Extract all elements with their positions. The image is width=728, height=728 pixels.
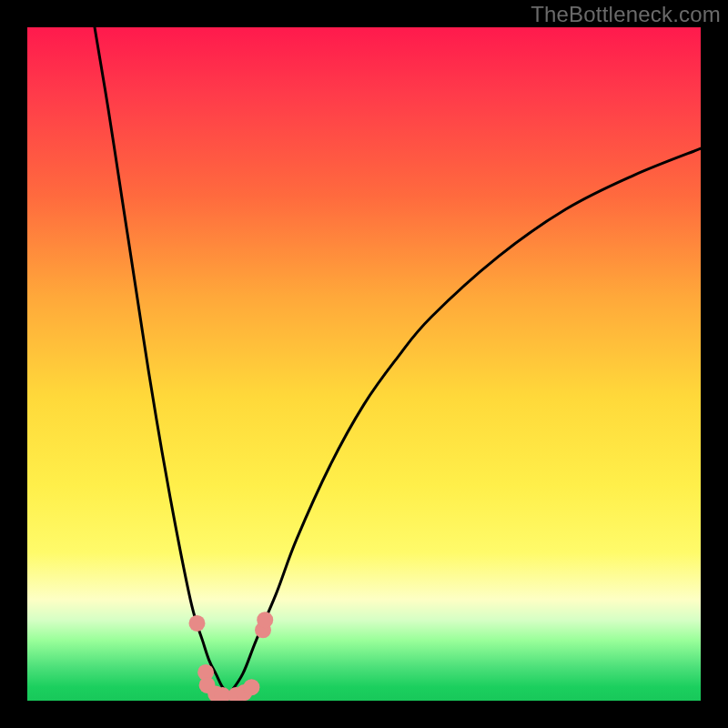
curve-marker [188,615,205,632]
curve-marker [257,612,273,628]
bottleneck-curve [27,27,701,701]
attribution-text: TheBottleneck.com [531,2,721,27]
curve-right-branch [229,148,701,693]
curve-marker [243,679,259,695]
curve-left-branch [95,27,229,694]
plot-area [27,27,701,701]
chart-container: TheBottleneck.com [0,0,728,728]
